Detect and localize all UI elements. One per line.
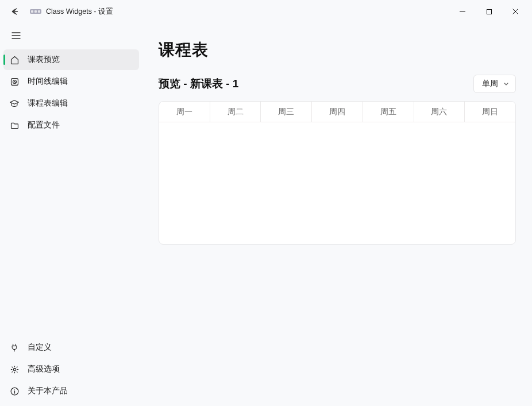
svg-point-16 [14, 389, 14, 389]
timetable-body-empty [159, 122, 515, 244]
week-select-value: 单周 [482, 79, 498, 89]
clock-icon [9, 76, 20, 87]
svg-rect-1 [31, 10, 33, 13]
sidebar-item-courses[interactable]: 课程表编辑 [3, 93, 139, 114]
timetable: 周一 周二 周三 周四 周五 周六 周日 [159, 101, 516, 245]
timetable-header-row: 周一 周二 周三 周四 周五 周六 周日 [159, 102, 515, 122]
page-title: 课程表 [159, 39, 516, 61]
sidebar-item-advanced[interactable]: 高级选项 [3, 359, 139, 380]
timetable-col-header: 周一 [159, 102, 210, 122]
svg-point-13 [13, 368, 16, 370]
close-button[interactable] [502, 2, 529, 21]
sidebar-primary-nav: 课表预览 时间线编辑 [3, 49, 139, 136]
maximize-icon [486, 9, 492, 15]
svg-rect-2 [34, 10, 37, 13]
sidebar-item-preview[interactable]: 课表预览 [3, 49, 139, 70]
preview-subheader: 预览 - 新课表 - 1 [159, 76, 238, 91]
sidebar-item-config[interactable]: 配置文件 [3, 115, 139, 136]
app-icon [30, 7, 41, 16]
sidebar-item-label: 关于本产品 [28, 386, 68, 396]
sidebar-item-label: 课表预览 [28, 55, 60, 65]
sidebar: 课表预览 时间线编辑 [0, 23, 142, 406]
sidebar-item-timeline[interactable]: 时间线编辑 [3, 71, 139, 92]
sidebar-item-custom[interactable]: 自定义 [3, 337, 139, 358]
home-icon [9, 55, 20, 65]
folder-icon [9, 120, 20, 130]
svg-rect-3 [38, 10, 40, 13]
sidebar-footer-nav: 自定义 高级选项 [3, 337, 139, 401]
back-button[interactable] [7, 3, 23, 20]
info-icon [9, 386, 20, 396]
hamburger-icon [11, 32, 21, 40]
main-content: 课程表 预览 - 新课表 - 1 单周 周一 周二 周三 周四 周五 周六 周日 [142, 23, 532, 406]
timetable-col-header: 周五 [363, 102, 414, 122]
maximize-button[interactable] [476, 2, 502, 21]
sidebar-item-label: 高级选项 [28, 364, 60, 374]
timetable-col-header: 周四 [312, 102, 363, 122]
grad-cap-icon [9, 98, 20, 109]
sidebar-item-label: 自定义 [28, 342, 52, 353]
titlebar: Class Widgets - 设置 [0, 0, 532, 23]
plug-icon [9, 342, 20, 353]
svg-rect-5 [487, 9, 491, 14]
minimize-icon [459, 8, 466, 15]
gear-icon [9, 364, 20, 374]
close-icon [512, 8, 519, 15]
window-controls [449, 2, 529, 21]
chevron-down-icon [503, 80, 510, 87]
app-title: Class Widgets - 设置 [46, 7, 113, 17]
week-select[interactable]: 单周 [473, 75, 516, 93]
sidebar-item-label: 配置文件 [28, 120, 60, 130]
nav-toggle-button[interactable] [5, 25, 28, 46]
timetable-col-header: 周日 [465, 102, 515, 122]
timetable-col-header: 周三 [261, 102, 312, 122]
timetable-col-header: 周六 [414, 102, 465, 122]
sidebar-item-label: 课程表编辑 [28, 98, 68, 109]
arrow-left-icon [10, 7, 20, 16]
minimize-button[interactable] [449, 2, 476, 21]
sidebar-item-about[interactable]: 关于本产品 [3, 381, 139, 401]
timetable-col-header: 周二 [210, 102, 261, 122]
sidebar-item-label: 时间线编辑 [28, 76, 68, 87]
